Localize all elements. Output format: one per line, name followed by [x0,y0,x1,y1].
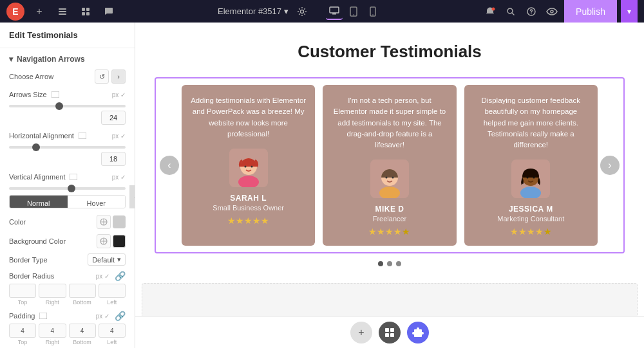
canvas: Customer Testimonials ‹ Adding testimoni… [135,23,644,348]
publish-dropdown-arrow[interactable]: ▾ [621,0,638,23]
svg-point-34 [392,177,393,179]
arrows-size-track[interactable] [9,105,126,107]
layers-button[interactable] [54,3,71,20]
arrows-size-input[interactable]: 24 [101,111,126,125]
eye-btn[interactable] [544,3,560,20]
puzzle-btn[interactable] [407,322,429,343]
border-radius-link-icon[interactable]: 🔗 [115,271,126,281]
br-bottom[interactable] [69,284,96,298]
tablet-btn[interactable] [345,3,362,20]
br-top[interactable] [9,284,36,298]
topbar: E + Elementor #3517 ▾ [0,0,644,23]
nav-arrows-section[interactable]: ▾ Navigation Arrows [0,48,135,68]
elementor-logo[interactable]: E [6,3,24,21]
svg-rect-8 [330,7,339,13]
chat-button[interactable] [100,3,117,20]
section-heading: Customer Testimonials [148,42,631,62]
vertical-align-track[interactable] [9,187,126,190]
collapse-arrow-icon: ▾ [9,55,13,64]
svg-rect-0 [59,8,66,10]
topbar-right: Publish ▾ [482,0,638,23]
svg-point-13 [372,14,374,15]
bg-color-controls [97,234,126,248]
dot-1[interactable] [378,261,383,266]
svg-rect-41 [390,328,394,332]
bg-color-globe-icon[interactable] [97,234,111,248]
choose-arrow-icon2[interactable]: › [111,69,126,84]
choose-arrow-controls: ↺ › [95,69,126,84]
dot-2[interactable] [387,261,392,266]
add-button[interactable]: + [31,3,48,20]
notification-btn[interactable] [482,3,498,20]
svg-point-11 [353,14,354,15]
bg-color-label: Background Color [9,237,66,245]
arrows-size-label: Arrows Size [9,91,59,98]
svg-point-39 [533,177,535,179]
desktop-btn[interactable] [326,3,343,20]
topbar-center: Elementor #3517 ▾ [124,3,475,20]
vertical-align-row: Vertical Alignment px ✓ [0,168,135,186]
sidebar-toggle[interactable]: ‹ [129,185,135,208]
color-row: Color [0,212,135,232]
br-right[interactable] [39,284,66,298]
padding-link-icon[interactable]: 🔗 [115,311,126,321]
carousel-next-arrow[interactable]: › [600,156,620,175]
vertical-align-label: Vertical Alignment [9,173,77,181]
horizontal-align-row: Horizontal Alignment px ✓ [0,127,135,145]
settings-icon[interactable] [294,3,310,20]
svg-point-14 [492,7,495,10]
padding-row: Padding px ✓ 🔗 4 4 4 4 Top Right [0,308,135,348]
border-type-select[interactable]: Default ▾ [88,253,126,266]
document-title[interactable]: Elementor #3517 ▾ [218,6,289,16]
border-radius-labels: Top Right Bottom Left [9,299,126,306]
testimonial-name-1: SARAH L [230,194,267,203]
svg-point-17 [531,13,531,14]
svg-rect-2 [59,14,66,15]
arrows-size-value-row: 24 [0,109,135,127]
padding-labels: Top Right Bottom Left [9,339,126,345]
canvas-inner: Customer Testimonials ‹ Adding testimoni… [135,23,644,348]
pad-right[interactable]: 4 [39,324,66,338]
pad-top[interactable]: 4 [9,324,36,338]
choose-arrow-row: Choose Arrow ↺ › [0,68,135,86]
mobile-btn[interactable] [365,3,381,20]
tab-hover[interactable]: Hover [68,196,126,208]
border-type-label: Border Type [9,256,48,264]
svg-rect-20 [79,133,86,139]
bg-color-swatch[interactable] [113,235,126,248]
testimonial-card-2: I'm not a tech person, but Elementor mad… [323,85,456,246]
horizontal-align-input[interactable]: 18 [101,152,126,166]
bottom-bar: + [135,316,644,348]
vertical-align-thumb[interactable] [68,185,75,192]
add-element-btn[interactable]: + [350,322,372,343]
carousel-prev-arrow[interactable]: ‹ [160,156,179,175]
carousel-dots [148,261,631,270]
pad-bottom[interactable]: 4 [69,324,96,338]
horizontal-px: px ✓ [112,133,126,140]
svg-point-7 [301,10,304,13]
svg-rect-3 [82,8,85,11]
color-globe-icon[interactable] [97,215,111,229]
padding-label: Padding [9,312,47,320]
border-radius-label: Border Radius [9,272,54,280]
pad-left[interactable]: 4 [99,324,126,338]
svg-point-38 [527,177,529,179]
br-left[interactable] [99,284,126,298]
br-label-left: Left [99,299,126,306]
svg-rect-40 [385,328,389,332]
sidebar: Edit Testimonials ▾ Navigation Arrows Ch… [0,23,135,348]
choose-arrow-icon1[interactable]: ↺ [95,69,109,84]
search-btn[interactable] [502,3,519,20]
testimonial-role-1: Small Business Owner [213,204,284,212]
publish-button[interactable]: Publish [564,0,617,23]
grid-btn[interactable] [379,322,401,343]
dot-3[interactable] [396,261,401,266]
svg-rect-21 [70,174,77,180]
horizontal-align-track[interactable] [9,146,126,149]
testimonial-role-2: Freelancer [373,215,407,223]
svg-point-33 [385,177,387,179]
stack-button[interactable] [77,3,94,20]
tab-normal[interactable]: Normal [10,196,68,208]
color-swatch[interactable] [113,215,126,228]
help-btn[interactable] [523,3,540,20]
